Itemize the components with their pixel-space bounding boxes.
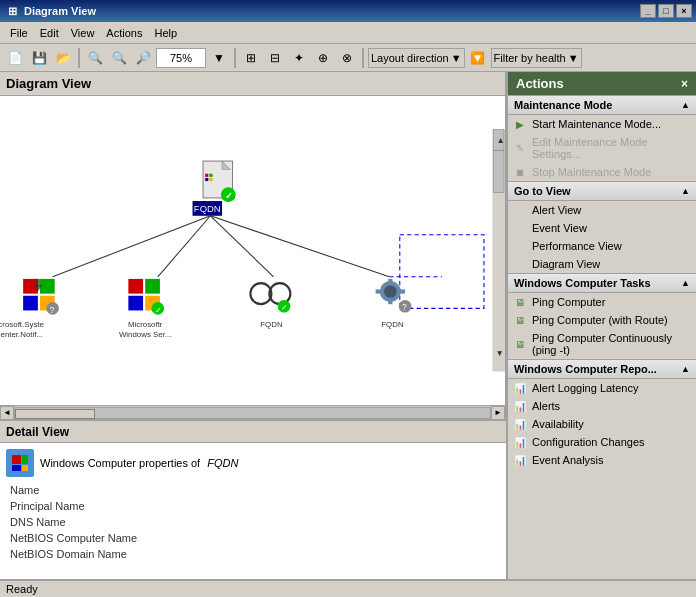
action-ping-route[interactable]: 🖥 Ping Computer (with Route) — [508, 311, 696, 329]
edit-maintenance-icon: ✎ — [512, 140, 528, 156]
diagram-canvas[interactable]: ▲ ▼ — [0, 96, 505, 405]
svg-rect-25 — [23, 296, 38, 311]
section-arrow-reports: ▲ — [681, 364, 690, 374]
maximize-button[interactable]: □ — [658, 4, 674, 18]
actions-title: Actions — [516, 76, 564, 91]
ping-continuous-icon: 🖥 — [512, 336, 528, 352]
svg-rect-9 — [209, 174, 212, 177]
svg-rect-8 — [205, 174, 208, 177]
toolbar-new[interactable]: 📄 — [4, 47, 26, 69]
layout-direction-dropdown[interactable]: Layout direction ▼ — [368, 48, 465, 68]
svg-text:Center.Notif...: Center.Notif... — [0, 330, 43, 339]
svg-point-48 — [384, 285, 397, 298]
toolbar-save[interactable]: 💾 — [28, 47, 50, 69]
section-header-reports[interactable]: Windows Computer Repo... ▲ — [508, 359, 696, 379]
action-availability[interactable]: 📊 Availability — [508, 415, 696, 433]
actions-close-button[interactable]: × — [681, 77, 688, 91]
ping-continuous-label: Ping Computer Continuously (ping -t) — [532, 332, 688, 356]
filter-health-dropdown[interactable]: Filter by health ▼ — [491, 48, 582, 68]
svg-rect-59 — [22, 465, 28, 471]
menu-help[interactable]: Help — [148, 25, 183, 41]
scrollbar-track-h[interactable] — [14, 407, 491, 419]
main-container: Diagram View ▲ ▼ — [0, 72, 696, 579]
diagram-view: Diagram View ▲ ▼ — [0, 72, 506, 419]
stop-maintenance-icon: ⏹ — [512, 164, 528, 180]
action-alerts[interactable]: 📊 Alerts — [508, 397, 696, 415]
action-diagram-view[interactable]: Diagram View — [508, 255, 696, 273]
toolbar-filter-icon[interactable]: 🔽 — [467, 47, 489, 69]
svg-rect-35 — [128, 296, 143, 311]
event-view-label: Event View — [532, 222, 587, 234]
toolbar-separator-1 — [78, 48, 80, 68]
svg-rect-50 — [388, 298, 392, 304]
alert-logging-icon: 📊 — [512, 380, 528, 396]
action-event-view[interactable]: Event View — [508, 219, 696, 237]
menu-actions[interactable]: Actions — [100, 25, 148, 41]
action-performance-view[interactable]: Performance View — [508, 237, 696, 255]
close-button[interactable]: × — [676, 4, 692, 18]
section-header-maintenance[interactable]: Maintenance Mode ▲ — [508, 95, 696, 115]
svg-text:Microsoftr: Microsoftr — [128, 320, 163, 329]
menu-view[interactable]: View — [65, 25, 101, 41]
alert-view-icon — [512, 202, 528, 218]
minimize-button[interactable]: _ — [640, 4, 656, 18]
action-ping[interactable]: 🖥 Ping Computer — [508, 293, 696, 311]
toolbar-open[interactable]: 📂 — [52, 47, 74, 69]
prop-principal-name: Principal Name — [6, 499, 500, 513]
diagram-view-title: Diagram View — [0, 72, 505, 96]
computer-icon — [10, 453, 30, 473]
toolbar-search[interactable]: 🔍 — [84, 47, 106, 69]
section-arrow-tasks: ▲ — [681, 278, 690, 288]
filter-health-label: Filter by health — [494, 52, 566, 64]
detail-view-title: Detail View — [0, 421, 506, 443]
scrollbar-thumb-h[interactable] — [15, 409, 95, 419]
diagram-view-icon — [512, 256, 528, 272]
diagram-area: Diagram View ▲ ▼ — [0, 72, 506, 579]
event-analysis-label: Event Analysis — [532, 454, 604, 466]
detail-header-text: Windows Computer properties of FQDN — [40, 457, 238, 469]
svg-line-16 — [53, 216, 211, 277]
action-event-analysis[interactable]: 📊 Event Analysis — [508, 451, 696, 469]
svg-text:Windows Ser...: Windows Ser... — [119, 330, 172, 339]
stop-maintenance-label: Stop Maintenance Mode — [532, 166, 651, 178]
toolbar-btn-extra5[interactable]: ⊗ — [336, 47, 358, 69]
toolbar-btn-extra2[interactable]: ⊟ — [264, 47, 286, 69]
svg-rect-28 — [36, 279, 40, 286]
scroll-left[interactable]: ◄ — [0, 406, 14, 420]
action-ping-continuous[interactable]: 🖥 Ping Computer Continuously (ping -t) — [508, 329, 696, 359]
menu-edit[interactable]: Edit — [34, 25, 65, 41]
detail-content: Windows Computer properties of FQDN Name… — [0, 443, 506, 579]
action-start-maintenance[interactable]: ▶ Start Maintenance Mode... — [508, 115, 696, 133]
event-analysis-icon: 📊 — [512, 452, 528, 468]
window-controls: _ □ × — [640, 4, 692, 18]
availability-icon: 📊 — [512, 416, 528, 432]
section-header-tasks[interactable]: Windows Computer Tasks ▲ — [508, 273, 696, 293]
section-label-reports: Windows Computer Repo... — [514, 363, 657, 375]
status-bar: Ready — [0, 579, 696, 597]
availability-label: Availability — [532, 418, 584, 430]
toolbar-btn-extra1[interactable]: ⊞ — [240, 47, 262, 69]
zoom-input[interactable] — [156, 48, 206, 68]
h-scrollbar[interactable]: ◄ ► — [0, 405, 505, 419]
app-icon: ⊞ — [4, 3, 20, 19]
section-header-goto[interactable]: Go to View ▲ — [508, 181, 696, 201]
svg-rect-58 — [12, 465, 21, 471]
action-config-changes[interactable]: 📊 Configuration Changes — [508, 433, 696, 451]
action-alert-view[interactable]: Alert View — [508, 201, 696, 219]
scroll-right[interactable]: ► — [491, 406, 505, 420]
action-alert-logging[interactable]: 📊 Alert Logging Latency — [508, 379, 696, 397]
section-arrow-goto: ▲ — [681, 186, 690, 196]
detail-header-icon — [6, 449, 34, 477]
svg-text:▲: ▲ — [497, 135, 505, 145]
menu-file[interactable]: File — [4, 25, 34, 41]
toolbar-zoom-in[interactable]: 🔍 — [108, 47, 130, 69]
svg-rect-57 — [22, 455, 28, 464]
section-label-goto: Go to View — [514, 185, 571, 197]
zoom-dropdown[interactable]: ▼ — [208, 47, 230, 69]
svg-line-18 — [210, 216, 273, 277]
svg-rect-3 — [493, 151, 504, 193]
toolbar-btn-extra4[interactable]: ⊕ — [312, 47, 334, 69]
svg-text:▼: ▼ — [496, 348, 504, 358]
toolbar-btn-extra3[interactable]: ✦ — [288, 47, 310, 69]
toolbar-zoom-out[interactable]: 🔎 — [132, 47, 154, 69]
